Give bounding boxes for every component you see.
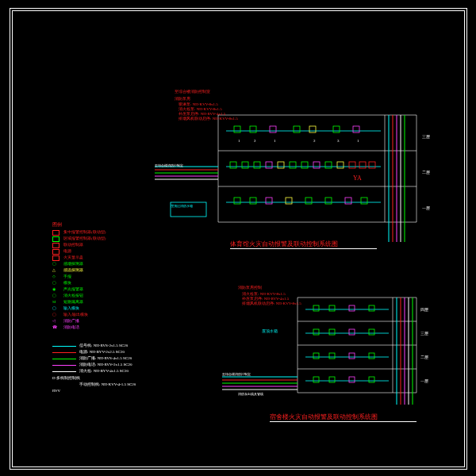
svg-rect-39: [369, 162, 375, 168]
cable-label-3: 消防电话: NH-RVV-2x1.5 SC20: [79, 363, 132, 367]
cable-label-5: D 多线制控制线: [52, 376, 80, 381]
d1-eq-3: 排烟风机联动启停: NH-KVV-8x1.5: [178, 117, 238, 121]
svg-rect-25: [333, 126, 340, 132]
legend-sym-5: ▢: [52, 262, 56, 267]
svg-rect-44: [305, 198, 312, 204]
d1-floor-1: 二层: [422, 171, 430, 175]
legend-sym-1: [52, 236, 60, 242]
legend-label-13: 输入/输出模块: [63, 313, 88, 317]
cable-label-6: 手动控制线: NH-KVV-4-1.5 SC20: [79, 382, 136, 387]
cable-label-0: 信号线: NH-RVS-2x1.5 SC20: [79, 344, 128, 348]
d2-floor-0: 四层: [420, 308, 428, 313]
d2-side: 至综合楼消防控制室: [222, 373, 251, 376]
svg-rect-23: [294, 126, 300, 132]
legend-label-15: 消防电话: [63, 325, 79, 330]
svg-rect-34: [313, 162, 320, 168]
d1-side: 至综合楼消防控制室: [155, 164, 183, 167]
legend-sym-0: [52, 230, 60, 236]
svg-rect-20: [234, 126, 240, 132]
d1-eq-0: 喷淋泵: NH-KVV-8x1.5: [178, 102, 218, 107]
d2-floor-2: 二层: [420, 355, 428, 360]
svg-rect-82: [349, 353, 355, 359]
svg-rect-33: [301, 162, 308, 168]
d1-c3-2: 1: [274, 139, 276, 144]
cable-label-2: 消防广播: NH-RVS-4x1.5 SC20: [79, 356, 132, 361]
d2-side-box: 屋顶水箱: [262, 329, 278, 334]
svg-rect-78: [349, 329, 355, 335]
legend-sym-12: ▢: [52, 306, 56, 311]
svg-rect-73: [329, 305, 335, 311]
svg-rect-26: [353, 126, 359, 132]
svg-rect-46: [345, 198, 351, 204]
legend-label-4: 火灾显示盘: [63, 255, 83, 260]
svg-rect-74: [349, 305, 355, 311]
legend-sym-9: ◉: [52, 287, 56, 292]
cable-line-3: [52, 365, 76, 366]
d2-floor-1: 三层: [420, 332, 428, 336]
svg-rect-45: [325, 198, 332, 204]
d2-eq-2: 排烟风机联动启停: NH-KVV-8x1.5: [242, 301, 301, 306]
legend-label-3: 电源: [63, 249, 71, 254]
cable-line-4: [52, 371, 76, 372]
legend-label-0: 集中报警控制器(联动型): [63, 230, 106, 235]
svg-rect-28: [242, 162, 248, 168]
svg-rect-80: [313, 353, 319, 359]
legend-sym-15: ☎: [52, 325, 57, 330]
legend-sym-14: ◁: [52, 319, 56, 324]
legend-label-11: 短路隔离器: [63, 300, 83, 305]
legend-label-8: 模块: [63, 281, 71, 286]
legend-sym-11: SI: [52, 300, 56, 305]
legend-label-14: 消防广播: [63, 319, 79, 324]
svg-rect-27: [230, 162, 236, 168]
legend-label-1: 区域报警控制器(联动型): [63, 236, 106, 241]
d1-c3-6: 1: [357, 139, 359, 144]
legend-label-2: 联动控制器: [63, 243, 83, 248]
svg-rect-24: [309, 126, 316, 132]
d2-bottom: 消防泵出线及管线: [238, 393, 263, 396]
d1-title-underline: [230, 248, 377, 249]
svg-rect-87: [369, 377, 374, 382]
svg-rect-36: [337, 162, 344, 168]
d1-tank: 屋顶层消防水箱: [171, 205, 193, 208]
svg-text:YA: YA: [353, 175, 362, 182]
cable-line-1: [52, 352, 76, 353]
d1-title: 体育馆火灾自动报警及联动控制系统图: [230, 240, 338, 248]
svg-rect-81: [329, 353, 335, 359]
legend-label-6: 感温探测器: [63, 268, 83, 273]
cable-label-4: 消火栓: NH-BYV-4x1.5 SC20: [79, 369, 129, 374]
legend-label-10: 消火栓按钮: [63, 294, 83, 298]
d2-title: 宿舍楼火灾自动报警及联动控制系统图: [270, 413, 378, 421]
svg-rect-85: [329, 377, 335, 382]
d2-title-underline: [270, 421, 416, 422]
cable-label-7: RVV: [52, 389, 60, 393]
d1-eq-head: 消防泵房: [175, 97, 190, 102]
d1-header-note: 至综合楼消防控制室: [175, 90, 210, 94]
d1-c3-4: 2: [313, 139, 316, 144]
legend-sym-13: ▢: [52, 313, 56, 317]
svg-rect-30: [266, 162, 272, 168]
svg-rect-75: [369, 305, 374, 311]
svg-rect-40: [234, 198, 240, 204]
legend-label-7: 手报: [63, 274, 71, 279]
svg-rect-79: [369, 329, 374, 335]
d1-c3-5: 3: [337, 139, 340, 144]
legend-label-12: 输入模块: [63, 306, 79, 311]
d1-eq-2: 补压泵启停: NH-RVV-4x1.5: [178, 112, 225, 117]
legend-sym-3: [52, 249, 60, 255]
svg-rect-31: [278, 162, 284, 168]
legend-sym-10: ▢: [52, 294, 56, 298]
cable-line-2: [52, 359, 76, 359]
svg-rect-43: [286, 198, 292, 204]
svg-rect-76: [313, 329, 319, 335]
d1-floor-2: 一层: [422, 206, 430, 211]
svg-rect-72: [313, 305, 319, 311]
svg-rect-37: [349, 162, 355, 168]
d2-eq-0: 消火栓泵: NH-KVV-8x1.5: [242, 292, 286, 297]
svg-rect-35: [325, 162, 332, 168]
svg-rect-42: [266, 198, 272, 204]
svg-rect-32: [290, 162, 296, 168]
legend-sym-8: ▢: [52, 281, 56, 286]
legend-sym-4: [52, 255, 60, 261]
legend-sym-2: [52, 243, 60, 248]
cable-label-1: 电源: NH-BYV-2x2.5 SC20: [79, 350, 125, 355]
